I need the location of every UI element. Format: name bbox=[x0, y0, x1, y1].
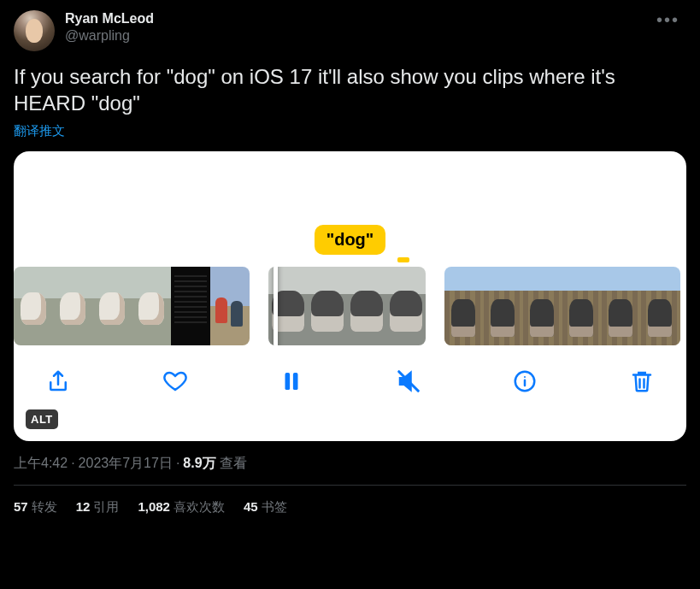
retweets-label: 转发 bbox=[32, 499, 57, 514]
playhead[interactable] bbox=[274, 267, 278, 345]
likes-stat[interactable]: 1,082喜欢次数 bbox=[138, 499, 225, 515]
video-frame bbox=[308, 267, 347, 345]
retweets-count: 57 bbox=[14, 499, 28, 514]
tweet-text: If you search for "dog" on iOS 17 it'll … bbox=[14, 63, 686, 116]
bookmarks-count: 45 bbox=[244, 499, 258, 514]
video-frame bbox=[562, 267, 602, 345]
views-label: 查看 bbox=[220, 456, 247, 470]
search-token-label: "dog" bbox=[315, 225, 386, 255]
likes-count: 1,082 bbox=[138, 499, 170, 514]
video-frame bbox=[132, 267, 171, 345]
video-frame bbox=[53, 267, 92, 345]
tweet-container: Ryan McLeod @warpling ••• If you search … bbox=[0, 0, 700, 526]
video-frame bbox=[523, 267, 562, 345]
svg-rect-1 bbox=[293, 373, 298, 390]
timeline-marker bbox=[397, 257, 409, 262]
retweets-stat[interactable]: 57转发 bbox=[14, 499, 57, 515]
bookmarks-label: 书签 bbox=[262, 499, 287, 514]
video-frame bbox=[92, 267, 132, 345]
info-icon[interactable] bbox=[508, 364, 542, 398]
avatar[interactable] bbox=[14, 10, 55, 51]
translate-link[interactable]: 翻译推文 bbox=[14, 123, 65, 139]
user-name-block[interactable]: Ryan McLeod @warpling bbox=[65, 10, 639, 44]
tweet-stats: 57转发 12引用 1,082喜欢次数 45书签 bbox=[14, 486, 686, 515]
tweet-meta: 上午4:42·2023年7月17日·8.9万 查看 bbox=[14, 455, 686, 473]
mute-icon[interactable] bbox=[391, 364, 426, 398]
likes-label: 喜欢次数 bbox=[174, 499, 225, 514]
tweet-date[interactable]: 2023年7月17日 bbox=[79, 456, 173, 470]
tweet-header: Ryan McLeod @warpling ••• bbox=[14, 10, 686, 51]
video-frame bbox=[14, 267, 53, 345]
share-icon[interactable] bbox=[41, 364, 75, 398]
video-frame bbox=[347, 267, 386, 345]
alt-badge[interactable]: ALT bbox=[26, 409, 58, 429]
trash-icon[interactable] bbox=[625, 364, 659, 398]
quotes-label: 引用 bbox=[93, 499, 119, 514]
media-toolbar bbox=[14, 345, 686, 412]
display-name: Ryan McLeod bbox=[65, 10, 639, 27]
quotes-count: 12 bbox=[76, 499, 91, 514]
media-card[interactable]: "dog" bbox=[14, 151, 686, 441]
video-frame bbox=[210, 267, 250, 345]
svg-point-5 bbox=[524, 376, 526, 378]
video-frame bbox=[602, 267, 641, 345]
tweet-time[interactable]: 上午4:42 bbox=[14, 456, 68, 470]
views-count[interactable]: 8.9万 bbox=[183, 456, 215, 470]
user-handle: @warpling bbox=[65, 27, 639, 44]
heart-icon[interactable] bbox=[158, 364, 192, 398]
clip-group-1[interactable] bbox=[14, 267, 250, 345]
bookmarks-stat[interactable]: 45书签 bbox=[244, 499, 287, 515]
video-frame bbox=[484, 267, 523, 345]
video-timeline[interactable] bbox=[14, 267, 686, 345]
search-token-row: "dog" bbox=[14, 225, 686, 255]
video-frame bbox=[171, 267, 210, 345]
more-options-button[interactable]: ••• bbox=[650, 10, 686, 29]
video-frame bbox=[386, 267, 426, 345]
quotes-stat[interactable]: 12引用 bbox=[76, 499, 120, 515]
video-frame bbox=[641, 267, 680, 345]
video-frame bbox=[444, 267, 484, 345]
svg-rect-0 bbox=[285, 373, 291, 390]
clip-group-3[interactable] bbox=[444, 267, 680, 345]
pause-icon[interactable] bbox=[274, 364, 309, 398]
clip-group-2[interactable] bbox=[268, 267, 426, 345]
